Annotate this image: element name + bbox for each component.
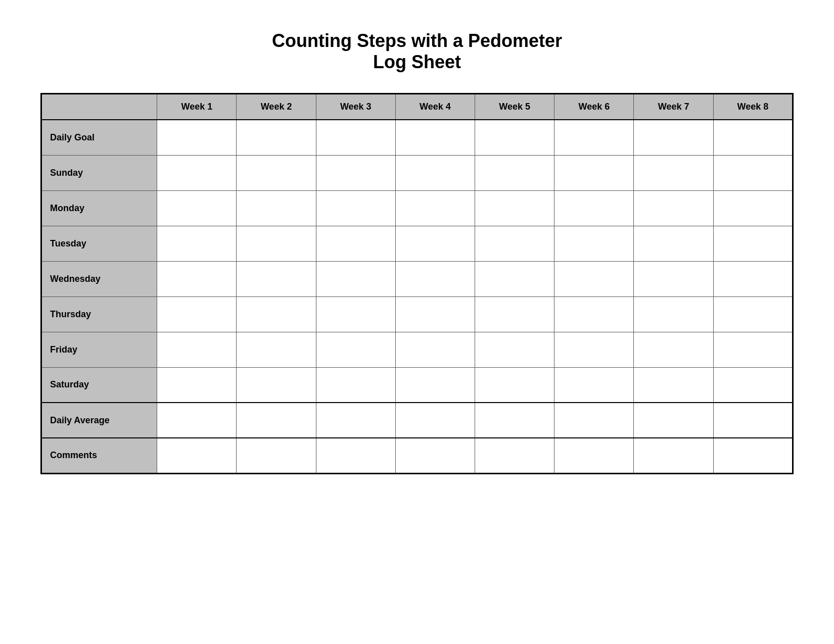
table-row: Comments [41, 438, 793, 473]
data-cell[interactable] [634, 155, 713, 190]
data-cell[interactable] [634, 120, 713, 155]
data-cell[interactable] [157, 155, 237, 190]
data-cell[interactable] [713, 261, 793, 296]
data-cell[interactable] [237, 296, 316, 332]
data-cell[interactable] [475, 226, 554, 261]
data-cell[interactable] [713, 226, 793, 261]
data-cell[interactable] [237, 190, 316, 226]
row-label: Monday [41, 190, 157, 226]
data-cell[interactable] [157, 120, 237, 155]
row-label: Daily Average [41, 403, 157, 438]
data-cell[interactable] [395, 120, 475, 155]
data-cell[interactable] [395, 403, 475, 438]
row-label: Saturday [41, 367, 157, 403]
data-cell[interactable] [713, 438, 793, 473]
header-week7: Week 7 [634, 94, 713, 120]
data-cell[interactable] [475, 261, 554, 296]
data-cell[interactable] [713, 120, 793, 155]
data-cell[interactable] [475, 403, 554, 438]
data-cell[interactable] [554, 332, 634, 367]
data-cell[interactable] [316, 332, 395, 367]
row-label: Daily Goal [41, 120, 157, 155]
data-cell[interactable] [395, 367, 475, 403]
data-cell[interactable] [395, 438, 475, 473]
data-cell[interactable] [634, 403, 713, 438]
data-cell[interactable] [237, 403, 316, 438]
data-cell[interactable] [157, 190, 237, 226]
data-cell[interactable] [713, 367, 793, 403]
table-row: Tuesday [41, 226, 793, 261]
data-cell[interactable] [237, 155, 316, 190]
header-week5: Week 5 [475, 94, 554, 120]
data-cell[interactable] [316, 367, 395, 403]
data-cell[interactable] [395, 296, 475, 332]
data-cell[interactable] [475, 155, 554, 190]
data-cell[interactable] [554, 190, 634, 226]
data-cell[interactable] [713, 332, 793, 367]
row-label: Tuesday [41, 226, 157, 261]
table-row: Saturday [41, 367, 793, 403]
data-cell[interactable] [237, 226, 316, 261]
table-row: Friday [41, 332, 793, 367]
table-row: Sunday [41, 155, 793, 190]
data-cell[interactable] [157, 367, 237, 403]
data-cell[interactable] [713, 403, 793, 438]
data-cell[interactable] [713, 155, 793, 190]
data-cell[interactable] [395, 226, 475, 261]
data-cell[interactable] [713, 190, 793, 226]
data-cell[interactable] [316, 296, 395, 332]
data-cell[interactable] [634, 438, 713, 473]
data-cell[interactable] [634, 332, 713, 367]
data-cell[interactable] [475, 296, 554, 332]
data-cell[interactable] [395, 155, 475, 190]
data-cell[interactable] [316, 438, 395, 473]
data-cell[interactable] [157, 226, 237, 261]
data-cell[interactable] [554, 226, 634, 261]
data-cell[interactable] [554, 261, 634, 296]
data-cell[interactable] [634, 190, 713, 226]
data-cell[interactable] [237, 332, 316, 367]
data-cell[interactable] [237, 120, 316, 155]
data-cell[interactable] [237, 438, 316, 473]
header-week8: Week 8 [713, 94, 793, 120]
data-cell[interactable] [395, 332, 475, 367]
data-cell[interactable] [157, 332, 237, 367]
data-cell[interactable] [634, 226, 713, 261]
data-cell[interactable] [316, 155, 395, 190]
table-row: Daily Goal [41, 120, 793, 155]
data-cell[interactable] [237, 367, 316, 403]
row-label: Thursday [41, 296, 157, 332]
data-cell[interactable] [475, 332, 554, 367]
data-cell[interactable] [475, 438, 554, 473]
data-cell[interactable] [475, 190, 554, 226]
data-cell[interactable] [237, 261, 316, 296]
header-week6: Week 6 [554, 94, 634, 120]
data-cell[interactable] [713, 296, 793, 332]
data-cell[interactable] [395, 261, 475, 296]
data-cell[interactable] [634, 296, 713, 332]
data-cell[interactable] [554, 403, 634, 438]
data-cell[interactable] [554, 296, 634, 332]
data-cell[interactable] [316, 190, 395, 226]
data-cell[interactable] [554, 120, 634, 155]
data-cell[interactable] [634, 261, 713, 296]
data-cell[interactable] [316, 261, 395, 296]
data-cell[interactable] [316, 120, 395, 155]
table-row: Monday [41, 190, 793, 226]
data-cell[interactable] [157, 438, 237, 473]
data-cell[interactable] [316, 226, 395, 261]
data-cell[interactable] [554, 438, 634, 473]
title-line1: Counting Steps with a Pedometer [272, 30, 562, 52]
data-cell[interactable] [554, 367, 634, 403]
data-cell[interactable] [475, 120, 554, 155]
data-cell[interactable] [395, 190, 475, 226]
data-cell[interactable] [157, 261, 237, 296]
data-cell[interactable] [554, 155, 634, 190]
header-week1: Week 1 [157, 94, 237, 120]
data-cell[interactable] [475, 367, 554, 403]
row-label: Wednesday [41, 261, 157, 296]
data-cell[interactable] [157, 403, 237, 438]
data-cell[interactable] [157, 296, 237, 332]
data-cell[interactable] [316, 403, 395, 438]
data-cell[interactable] [634, 367, 713, 403]
